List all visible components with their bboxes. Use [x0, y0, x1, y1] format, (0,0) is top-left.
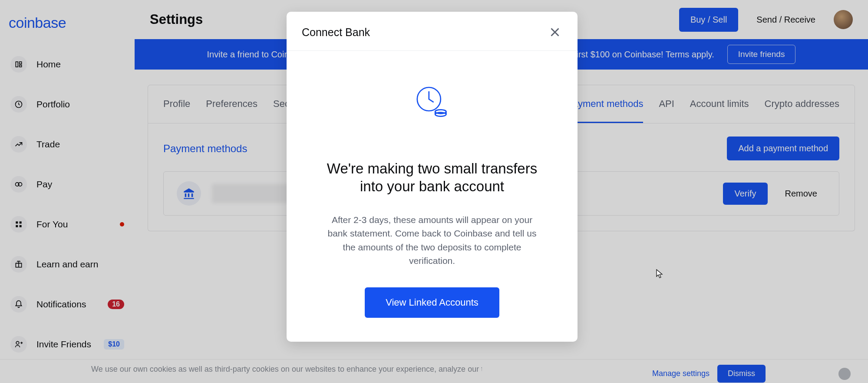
close-icon[interactable]	[548, 25, 562, 40]
clock-coins-icon	[406, 77, 458, 129]
modal-title: Connect Bank	[302, 26, 370, 39]
connect-bank-modal: Connect Bank We're making two small tran…	[287, 12, 578, 342]
modal-description: After 2-3 days, these amounts will appea…	[313, 213, 551, 268]
view-linked-accounts-button[interactable]: View Linked Accounts	[365, 287, 499, 318]
modal-heading: We're making two small transfers into yo…	[313, 160, 551, 196]
